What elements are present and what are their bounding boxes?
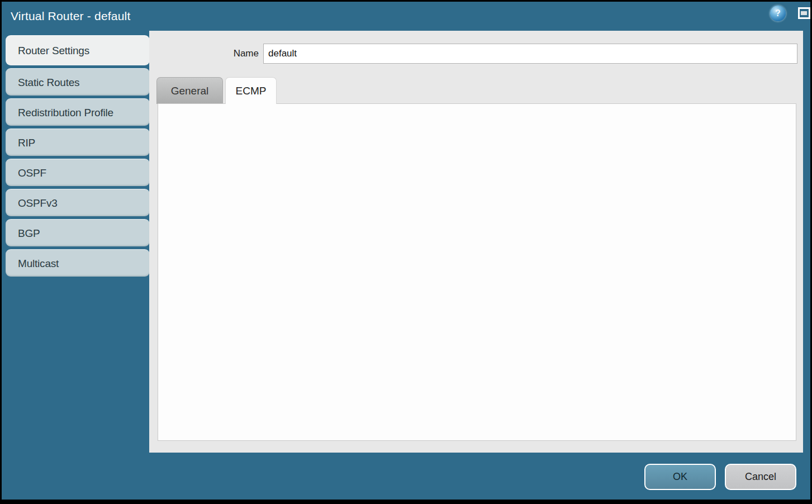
restore-window-icon[interactable]	[798, 7, 810, 19]
sidebar-item-bgp[interactable]: BGP	[6, 219, 150, 246]
dialog-title: Virtual Router - default	[11, 2, 131, 31]
name-label: Name	[169, 44, 259, 64]
sidebar-item-multicast[interactable]: Multicast	[6, 249, 150, 277]
sidebar-item-ospfv3[interactable]: OSPFv3	[6, 189, 150, 216]
sidebar-item-router-settings[interactable]: Router Settings	[6, 35, 150, 65]
ecmp-tab-panel	[158, 103, 796, 441]
sidebar-item-rip[interactable]: RIP	[6, 129, 150, 156]
title-bar: Virtual Router - default ?	[2, 2, 810, 31]
sidebar: Router Settings Static Routes Redistribu…	[6, 35, 150, 277]
cancel-button[interactable]: Cancel	[725, 464, 796, 490]
name-input[interactable]	[263, 44, 797, 64]
tab-general[interactable]: General	[156, 77, 223, 104]
tab-ecmp[interactable]: ECMP	[225, 77, 277, 104]
sidebar-item-static-routes[interactable]: Static Routes	[6, 68, 150, 96]
help-icon[interactable]: ?	[770, 6, 786, 21]
virtual-router-dialog: Virtual Router - default ? Router Settin…	[2, 2, 810, 500]
sidebar-item-ospf[interactable]: OSPF	[6, 159, 150, 186]
sidebar-item-redistribution-profile[interactable]: Redistribution Profile	[6, 98, 150, 126]
ok-button[interactable]: OK	[644, 464, 716, 490]
